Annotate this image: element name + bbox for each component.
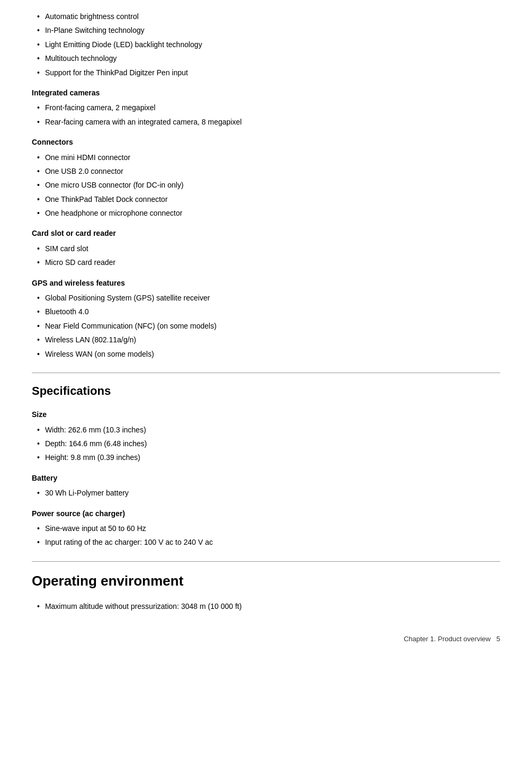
list-item: Wireless LAN (802.11a/g/n) <box>32 334 500 346</box>
battery-heading: Battery <box>32 472 500 484</box>
list-item: Width: 262.6 mm (10.3 inches) <box>32 424 500 436</box>
list-item: Depth: 164.6 mm (6.48 inches) <box>32 438 500 449</box>
operating-environment-section: Operating environment Maximum altitude w… <box>32 570 500 613</box>
specifications-section: Specifications Size Width: 262.6 mm (10.… <box>32 382 500 548</box>
list-item: Sine-wave input at 50 to 60 Hz <box>32 523 500 534</box>
card-slot-list: SIM card slot Micro SD card reader <box>32 243 500 269</box>
section-divider-2 <box>32 561 500 562</box>
list-item: Bluetooth 4.0 <box>32 306 500 317</box>
battery-list: 30 Wh Li-Polymer battery <box>32 487 500 499</box>
section-divider <box>32 373 500 373</box>
size-list: Width: 262.6 mm (10.3 inches) Depth: 164… <box>32 424 500 464</box>
size-heading: Size <box>32 409 500 420</box>
list-item: Support for the ThinkPad Digitzer Pen in… <box>32 67 500 78</box>
page-footer: Chapter 1. Product overview 5 <box>32 634 500 645</box>
connectors-heading: Connectors <box>32 136 500 148</box>
list-item: Automatic brightness control <box>32 11 500 22</box>
list-item: 30 Wh Li-Polymer battery <box>32 487 500 499</box>
power-source-heading: Power source (ac charger) <box>32 508 500 519</box>
list-item: Near Field Communication (NFC) (on some … <box>32 320 500 332</box>
gps-wireless-list: Global Positioning System (GPS) satellit… <box>32 292 500 360</box>
list-item: Multitouch technology <box>32 52 500 64</box>
list-item: Height: 9.8 mm (0.39 inches) <box>32 452 500 463</box>
page-number: 5 <box>496 635 500 643</box>
list-item: Input rating of the ac charger: 100 V ac… <box>32 536 500 548</box>
list-item: SIM card slot <box>32 243 500 254</box>
list-item: Rear-facing camera with an integrated ca… <box>32 116 500 128</box>
list-item: One micro USB connector (for DC-in only) <box>32 179 500 191</box>
list-item: One ThinkPad Tablet Dock connector <box>32 193 500 205</box>
list-item: In-Plane Switching technology <box>32 24 500 36</box>
list-item: One mini HDMI connector <box>32 152 500 163</box>
integrated-cameras-list: Front-facing camera, 2 megapixel Rear-fa… <box>32 102 500 128</box>
operating-environment-title: Operating environment <box>32 570 500 592</box>
list-item: Light Emitting Diode (LED) backlight tec… <box>32 39 500 50</box>
power-source-list: Sine-wave input at 50 to 60 Hz Input rat… <box>32 523 500 548</box>
card-slot-heading: Card slot or card reader <box>32 227 500 239</box>
connectors-list: One mini HDMI connector One USB 2.0 conn… <box>32 152 500 219</box>
list-item: Global Positioning System (GPS) satellit… <box>32 292 500 304</box>
integrated-cameras-heading: Integrated cameras <box>32 87 500 99</box>
gps-wireless-heading: GPS and wireless features <box>32 277 500 289</box>
operating-environment-list: Maximum altitude without pressurization:… <box>32 600 500 612</box>
list-item: Maximum altitude without pressurization:… <box>32 600 500 612</box>
list-item: Front-facing camera, 2 megapixel <box>32 102 500 113</box>
footer-text: Chapter 1. Product overview <box>404 635 491 643</box>
list-item: Wireless WAN (on some models) <box>32 348 500 360</box>
list-item: One USB 2.0 connector <box>32 165 500 177</box>
list-item: Micro SD card reader <box>32 256 500 268</box>
display-features-list: Automatic brightness control In-Plane Sw… <box>32 11 500 78</box>
list-item: One headphone or microphone connector <box>32 207 500 219</box>
specifications-title: Specifications <box>32 382 500 400</box>
